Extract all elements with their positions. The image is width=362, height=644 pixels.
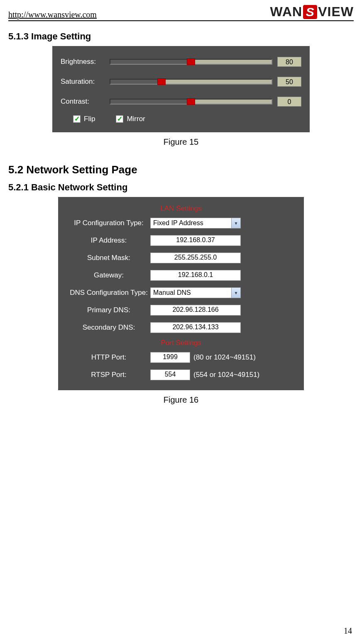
flip-checkbox[interactable]: ✓ xyxy=(73,115,81,123)
primary-dns-input[interactable]: 202.96.128.166 xyxy=(150,305,241,316)
primary-dns-label: Primary DNS: xyxy=(67,306,150,314)
saturation-label: Saturation: xyxy=(61,78,102,86)
primary-dns-row: Primary DNS: 202.96.128.166 xyxy=(67,304,295,316)
http-port-input[interactable]: 1999 xyxy=(150,352,190,363)
secondary-dns-row: Secondary DNS: 202.96.134.133 xyxy=(67,321,295,334)
rtsp-port-input[interactable]: 554 xyxy=(150,369,190,380)
contrast-slider[interactable] xyxy=(110,97,272,107)
lan-settings-heading: LAN Settings xyxy=(67,204,295,213)
rtsp-port-row: RTSP Port: 554 (554 or 1024~49151) xyxy=(67,369,295,381)
logo-part-1: WAN xyxy=(270,4,303,19)
page-number: 14 xyxy=(344,626,352,636)
saturation-slider[interactable] xyxy=(110,77,272,87)
mirror-checkbox[interactable]: ✓ xyxy=(116,115,123,123)
gateway-input[interactable]: 192.168.0.1 xyxy=(150,270,241,281)
mirror-checkbox-group: ✓ Mirror xyxy=(116,115,145,123)
page-header: http://www.wansview.com WAN S VIEW xyxy=(8,4,354,21)
header-url[interactable]: http://www.wansview.com xyxy=(8,10,97,19)
dns-config-type-value: Manual DNS xyxy=(153,289,191,296)
heading-5-2-1: 5.2.1 Basic Network Setting xyxy=(8,182,354,193)
http-port-label: HTTP Port: xyxy=(67,353,150,362)
ip-config-type-value: Fixed IP Address xyxy=(153,219,203,227)
figure-16-caption: Figure 16 xyxy=(8,395,354,405)
brightness-label: Brightness: xyxy=(61,58,102,66)
image-setting-panel: Brightness: 80 Saturation: 50 Contrast: xyxy=(52,46,310,132)
rtsp-port-hint: (554 or 1024~49151) xyxy=(193,371,259,379)
heading-5-2: 5.2 Network Setting Page xyxy=(8,163,354,176)
contrast-value[interactable]: 0 xyxy=(277,97,301,107)
ip-config-type-select[interactable]: Fixed IP Address ▼ xyxy=(150,218,241,228)
saturation-value[interactable]: 50 xyxy=(277,77,301,87)
gateway-row: Gateway: 192.168.0.1 xyxy=(67,269,295,282)
dns-config-type-select[interactable]: Manual DNS ▼ xyxy=(150,287,241,298)
subnet-mask-row: Subnet Mask: 255.255.255.0 xyxy=(67,252,295,264)
ip-address-label: IP Address: xyxy=(67,236,150,245)
subnet-mask-label: Subnet Mask: xyxy=(67,254,150,262)
ip-address-row: IP Address: 192.168.0.37 xyxy=(67,234,295,247)
brand-logo: WAN S VIEW xyxy=(270,4,354,19)
flip-label: Flip xyxy=(84,115,95,123)
http-port-hint: (80 or 1024~49151) xyxy=(193,353,256,362)
dns-config-type-label: DNS Configuration Type: xyxy=(67,289,150,297)
chevron-down-icon: ▼ xyxy=(231,218,240,228)
logo-part-2: VIEW xyxy=(318,4,354,19)
brightness-value[interactable]: 80 xyxy=(277,57,301,67)
ip-config-type-label: IP Configuration Type: xyxy=(67,219,150,227)
checkbox-row: ✓ Flip ✓ Mirror xyxy=(61,115,301,123)
dns-config-type-row: DNS Configuration Type: Manual DNS ▼ xyxy=(67,287,295,299)
gateway-label: Gateway: xyxy=(67,271,150,279)
http-port-row: HTTP Port: 1999 (80 or 1024~49151) xyxy=(67,351,295,364)
logo-s-icon: S xyxy=(303,5,317,19)
chevron-down-icon: ▼ xyxy=(231,288,240,298)
ip-config-type-row: IP Configuration Type: Fixed IP Address … xyxy=(67,217,295,229)
figure-15-caption: Figure 15 xyxy=(8,137,354,147)
brightness-slider[interactable] xyxy=(110,57,272,67)
port-settings-heading: Port Settings xyxy=(67,339,295,347)
ip-address-input[interactable]: 192.168.0.37 xyxy=(150,235,241,246)
subnet-mask-input[interactable]: 255.255.255.0 xyxy=(150,253,241,263)
mirror-label: Mirror xyxy=(127,115,145,123)
brightness-row: Brightness: 80 xyxy=(61,55,301,68)
rtsp-port-label: RTSP Port: xyxy=(67,371,150,379)
heading-5-1-3: 5.1.3 Image Setting xyxy=(8,31,354,42)
secondary-dns-label: Secondary DNS: xyxy=(67,323,150,332)
flip-checkbox-group: ✓ Flip xyxy=(73,115,95,123)
contrast-label: Contrast: xyxy=(61,97,102,106)
contrast-row: Contrast: 0 xyxy=(61,95,301,108)
secondary-dns-input[interactable]: 202.96.134.133 xyxy=(150,322,241,333)
network-setting-panel: LAN Settings IP Configuration Type: Fixe… xyxy=(58,197,304,390)
saturation-row: Saturation: 50 xyxy=(61,75,301,88)
